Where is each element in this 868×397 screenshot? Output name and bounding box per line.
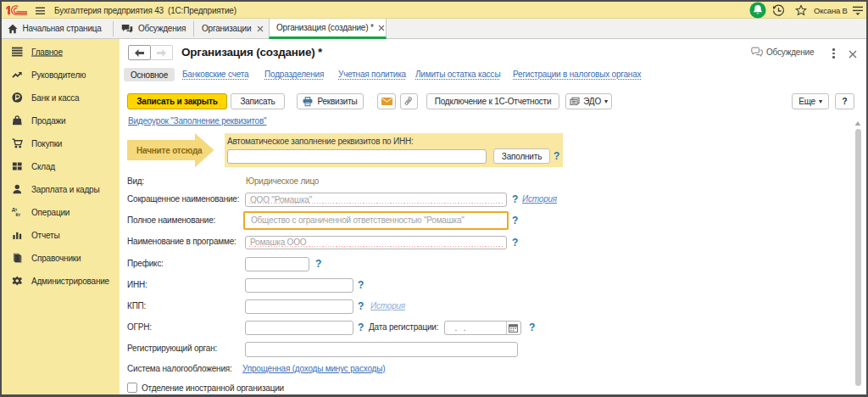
svg-text:Кт: Кт xyxy=(15,212,20,217)
svg-text:Дт: Дт xyxy=(12,207,18,212)
